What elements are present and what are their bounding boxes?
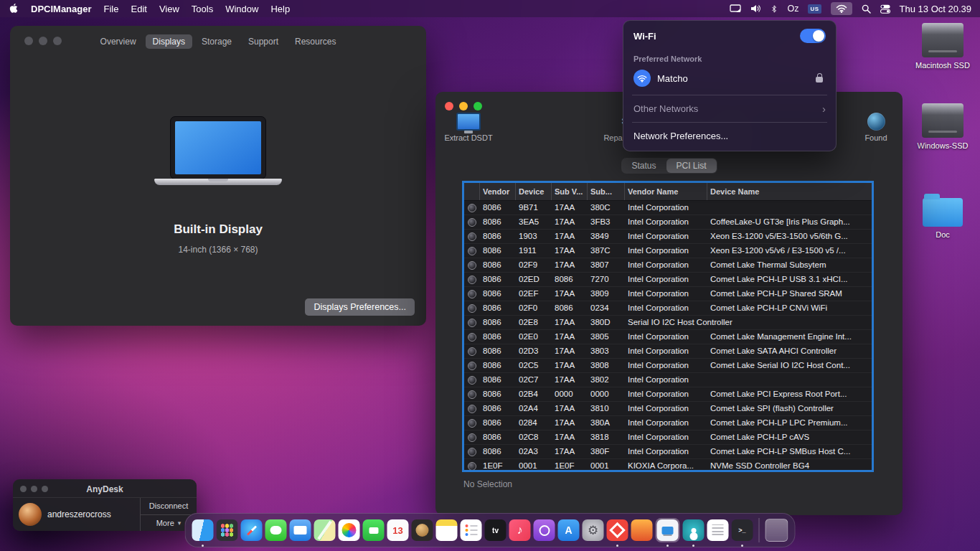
menu-bar-clock[interactable]: Thu 13 Oct 20.39 [900,4,971,14]
table-row[interactable]: 8086 02F0 8086 0234 Intel Corporation Co… [464,301,872,316]
device-name [707,373,872,387]
found-indicator[interactable]: Found [854,109,898,142]
dock-notes-icon[interactable] [436,519,458,541]
disconnect-button[interactable]: Disconnect [141,498,197,514]
column-header-vendor-name[interactable]: Vendor Name [625,183,707,200]
dock-contacts-icon[interactable] [412,519,433,541]
wifi-toggle[interactable] [800,29,826,43]
table-row[interactable]: 8086 1903 17AA 3849 Intel Corporation Xe… [464,230,872,244]
dock-launchpad-icon[interactable] [217,519,238,541]
dock-mail-icon[interactable] [290,519,311,541]
control-center-icon[interactable] [880,4,890,14]
table-row[interactable]: 8086 02ED 8086 7270 Intel Corporation Co… [464,273,872,287]
table-row[interactable]: 8086 02F9 17AA 3807 Intel Corporation Co… [464,258,872,273]
table-row[interactable]: 8086 02C5 17AA 3808 Intel Corporation Co… [464,359,872,373]
table-row[interactable]: 8086 0284 17AA 380A Intel Corporation Co… [464,416,872,430]
menu-item[interactable]: File [104,4,119,14]
table-row[interactable]: 8086 3EA5 17AA 3FB3 Intel Corporation Co… [464,215,872,230]
dock-app-store-icon[interactable]: A [558,519,580,541]
dock-finder-icon[interactable] [192,519,214,541]
device-id: 02D3 [516,344,552,358]
table-row[interactable]: 8086 02E0 17AA 3805 Intel Corporation Co… [464,330,872,344]
vendor-name: Intel Corporation [625,273,707,286]
dock-calendar-icon[interactable]: 13 [387,519,409,541]
column-header-device-name[interactable]: Device Name [707,183,872,200]
wifi-menu-title: Wi-Fi [633,31,656,42]
table-row[interactable]: 8086 02A4 17AA 3810 Intel Corporation Co… [464,402,872,416]
menu-extra-text[interactable]: Oz [787,4,798,14]
other-networks-item[interactable]: Other Networks › [633,103,826,114]
table-row[interactable]: 8086 02E8 17AA 380D Serial IO I2C Host C… [464,316,872,330]
dock-teal-app-icon[interactable] [683,519,705,541]
sub-device-id: 7270 [588,273,625,286]
sub-device-id: 380A [588,416,625,430]
bluetooth-icon[interactable] [771,4,778,14]
dock-safari-icon[interactable] [241,519,263,541]
table-row[interactable]: 8086 1911 17AA 387C Intel Corporation Xe… [464,244,872,258]
device-id: 3EA5 [516,215,552,229]
menu-item[interactable]: View [159,4,179,14]
menu-item[interactable]: Edit [131,4,146,14]
menu-item[interactable]: Window [225,4,258,14]
dock-orange-app-icon[interactable] [631,519,653,541]
volume-icon[interactable] [750,4,761,13]
sub-device-id: 0234 [588,301,625,315]
dock-facetime-icon[interactable] [363,519,385,541]
table-row[interactable]: 8086 02B4 0000 0000 Intel Corporation Co… [464,387,872,402]
dock-podcasts-icon[interactable] [534,519,555,541]
device-id: 02C8 [516,430,552,444]
apple-menu-icon[interactable] [9,3,19,14]
column-header-vendor[interactable]: Vendor [480,183,516,200]
desktop-icon-macintosh-ssd[interactable]: Macintosh SSD [915,23,971,70]
dock-system-preferences-icon[interactable] [583,519,604,541]
tab-support[interactable]: Support [241,34,286,49]
network-preferences-item[interactable]: Network Preferences... [633,131,826,141]
dock-messages-icon[interactable] [265,519,287,541]
input-source-flag[interactable]: US [808,4,821,14]
dock-tv-icon[interactable]: tv [485,519,507,541]
table-row[interactable]: 8086 02D3 17AA 3803 Intel Corporation Co… [464,344,872,359]
menu-item[interactable]: Tools [192,4,213,14]
column-header-sub-device[interactable]: Sub... [588,183,625,200]
desktop-icon-doc-folder[interactable]: Doc [915,192,971,239]
pci-device-icon [464,402,480,415]
screen-mirroring-icon[interactable] [730,4,741,13]
table-row[interactable]: 8086 02C7 17AA 3802 Intel Corporation [464,373,872,387]
dock-terminal-icon[interactable] [732,519,753,541]
dock-photos-icon[interactable] [339,519,360,541]
dock-anydesk-icon[interactable] [607,519,628,541]
device-id: 02A4 [516,402,552,415]
dock-maps-icon[interactable] [314,519,336,541]
tab-displays[interactable]: Displays [146,34,192,49]
dock-trash-icon[interactable] [765,519,788,542]
dock-music-icon[interactable] [509,519,531,541]
table-row[interactable]: 1E0F 0001 1E0F 0001 KIOXIA Corpora... NV… [464,459,872,472]
displays-preferences-button[interactable]: Displays Preferences... [305,298,415,316]
tab-pci-list[interactable]: PCI List [666,159,717,173]
dock-textedit-icon[interactable] [707,519,729,541]
table-row[interactable]: 8086 9B71 17AA 380C Intel Corporation [464,201,872,215]
wifi-icon[interactable] [831,2,852,15]
menu-item[interactable]: Help [270,4,290,14]
tab-status[interactable]: Status [621,159,666,173]
desktop-icon-windows-ssd[interactable]: Windows-SSD [915,103,971,150]
column-header-device[interactable]: Device [516,183,552,200]
tab-overview[interactable]: Overview [93,34,143,49]
active-app-name[interactable]: DPCIManager [31,4,92,14]
tab-resources[interactable]: Resources [288,34,343,49]
pci-device-icon [464,416,480,430]
tab-storage[interactable]: Storage [194,34,239,49]
dock-reminders-icon[interactable] [461,519,482,541]
dock-dpcimanager-icon[interactable] [657,519,679,541]
vendor-name: Intel Corporation [625,373,707,387]
selection-status-text: No Selection [463,479,512,489]
device-id: 02B4 [516,387,552,401]
table-row[interactable]: 8086 02A3 17AA 380F Intel Corporation Co… [464,445,872,459]
dock-divider [759,518,760,542]
table-row[interactable]: 8086 02C8 17AA 3818 Intel Corporation Co… [464,430,872,445]
column-header-sub-vendor[interactable]: Sub V... [552,183,588,200]
network-item-matcho[interactable]: Matcho [633,70,826,87]
extract-dsdt-button[interactable]: Extract DSDT [441,109,496,142]
spotlight-search-icon[interactable] [862,4,871,14]
table-row[interactable]: 8086 02EF 17AA 3809 Intel Corporation Co… [464,287,872,301]
